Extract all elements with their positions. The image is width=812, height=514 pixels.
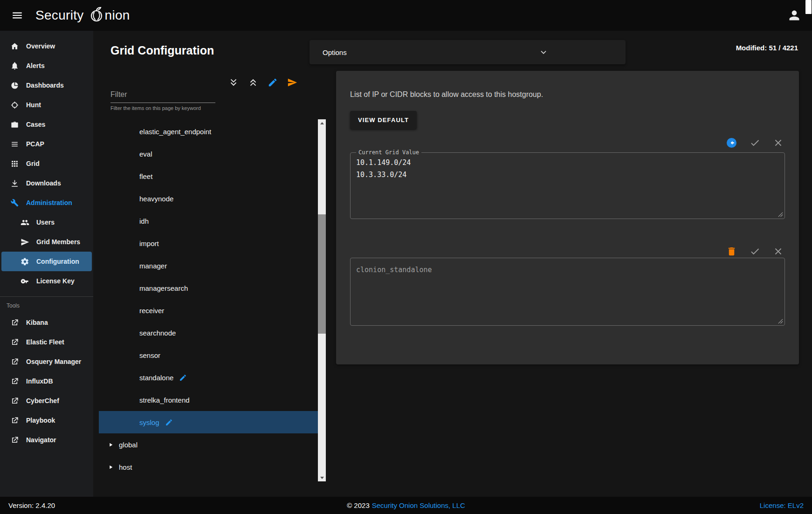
key-icon	[21, 277, 29, 286]
close-icon	[773, 246, 784, 257]
sidebar-item-playbook[interactable]: Playbook	[0, 411, 93, 430]
tree-item[interactable]: fleet	[99, 165, 318, 187]
sidebar-item-license-key[interactable]: License Key	[0, 271, 93, 291]
tree-item[interactable]: sensor	[99, 344, 318, 366]
node-value-confirm-button[interactable]	[750, 246, 760, 257]
brand-prefix: Security	[35, 9, 84, 22]
apply-to-node-button[interactable]	[287, 77, 297, 88]
scrollbar-thumb[interactable]	[318, 214, 326, 334]
sidebar-item-label: Downloads	[26, 179, 61, 187]
tree-scrollbar[interactable]	[318, 119, 326, 481]
user-menu-button[interactable]	[788, 9, 801, 22]
tree-item[interactable]: managersearch	[99, 277, 318, 299]
external-link-icon	[10, 357, 19, 366]
sidebar-item-label: Navigator	[26, 436, 56, 444]
options-dropdown[interactable]: Options	[310, 40, 626, 64]
tree-item[interactable]: searchnode	[99, 322, 318, 344]
tree-item[interactable]: strelka_frontend	[99, 389, 318, 411]
tree-group-label: host	[119, 463, 132, 471]
tree-item-label: heavynode	[139, 195, 173, 203]
page-scrollbar[interactable]	[805, 0, 812, 514]
current-grid-value-textarea[interactable]: 10.1.149.0/24 10.3.33.0/24	[356, 157, 779, 209]
tree-item[interactable]: elastic_agent_endpoint	[99, 120, 318, 143]
tree-item[interactable]: import	[99, 232, 318, 254]
pencil-icon[interactable]	[179, 374, 187, 382]
sidebar-item-hunt[interactable]: Hunt	[0, 95, 93, 115]
tree-item[interactable]: eval	[99, 143, 318, 165]
expand-all-button[interactable]	[228, 77, 239, 88]
pencil-icon	[268, 77, 278, 88]
delete-button[interactable]	[726, 246, 737, 257]
sidebar-item-overview[interactable]: Overview	[0, 36, 93, 56]
scroll-up-button[interactable]	[318, 119, 326, 127]
brand-logo[interactable]: Security nion	[35, 6, 130, 25]
tree-item-label: searchnode	[139, 329, 176, 337]
sidebar-item-influxdb[interactable]: InfluxDB	[0, 371, 93, 391]
bell-icon	[10, 62, 19, 70]
sidebar-item-configuration[interactable]: Configuration	[1, 252, 92, 271]
sidebar-item-label: Elastic Fleet	[26, 338, 64, 346]
pencil-icon[interactable]	[165, 418, 173, 426]
tree-item[interactable]: heavynode	[99, 187, 318, 210]
node-value-cancel-button[interactable]	[773, 246, 784, 257]
sidebar-item-users[interactable]: Users	[0, 212, 93, 232]
tree-item-selected[interactable]: syslog	[99, 411, 318, 433]
external-link-icon	[10, 377, 19, 386]
tree-item[interactable]: manager	[99, 254, 318, 277]
resize-grip-icon[interactable]	[778, 212, 783, 217]
resize-grip-icon[interactable]	[778, 319, 783, 324]
sidebar-item-cases[interactable]: Cases	[0, 115, 93, 134]
edit-settings-button[interactable]	[268, 77, 278, 88]
tree-item-label: manager	[139, 262, 167, 270]
tree-item-label: syslog	[139, 418, 159, 426]
gear-icon	[21, 257, 29, 266]
tree-group[interactable]: global	[99, 433, 318, 456]
triangle-right-icon	[108, 464, 114, 470]
collapse-all-button[interactable]	[248, 77, 258, 88]
sidebar-item-cyberchef[interactable]: CyberChef	[0, 391, 93, 411]
external-link-icon	[10, 338, 19, 347]
sidebar-item-label: Configuration	[36, 258, 79, 265]
grid-value-actions	[350, 137, 785, 148]
home-icon	[10, 42, 19, 51]
sidebar-item-kibana[interactable]: Kibana	[0, 313, 93, 332]
arrow-down-icon	[320, 477, 324, 479]
view-default-button[interactable]: VIEW DEFAULT	[350, 111, 417, 129]
tree-item[interactable]: standalone	[99, 366, 318, 389]
people-icon	[21, 218, 29, 227]
crosshair-icon	[10, 101, 19, 110]
grid-value-confirm-button[interactable]	[750, 137, 760, 148]
current-grid-value-box: Current Grid Value 10.1.149.0/24 10.3.33…	[350, 149, 785, 219]
download-icon	[10, 179, 19, 188]
tree-group[interactable]: host	[99, 456, 318, 478]
sidebar-item-osquery-manager[interactable]: Osquery Manager	[0, 352, 93, 371]
sidebar-item-dashboards[interactable]: Dashboards	[0, 75, 93, 95]
sidebar-item-alerts[interactable]: Alerts	[0, 56, 93, 75]
sidebar-item-elastic-fleet[interactable]: Elastic Fleet	[0, 332, 93, 352]
scrollbar-track[interactable]	[318, 127, 326, 474]
copyright-link[interactable]: Security Onion Solutions, LLC	[372, 501, 465, 509]
grid-value-cancel-button[interactable]	[773, 137, 784, 148]
filter-input[interactable]	[110, 88, 215, 103]
node-value-textarea[interactable]: clonion_standalone	[356, 264, 779, 319]
page-scrollbar-thumb[interactable]	[805, 0, 812, 14]
menu-button[interactable]	[11, 9, 23, 21]
sidebar-item-grid-members[interactable]: Grid Members	[0, 232, 93, 252]
sidebar-item-label: Hunt	[26, 101, 41, 109]
sidebar-item-navigator[interactable]: Navigator	[0, 430, 93, 450]
external-link-icon	[10, 416, 19, 425]
sidebar-item-label: PCAP	[26, 140, 44, 148]
undo-button[interactable]	[726, 137, 737, 148]
copyright: © 2023Security Onion Solutions, LLC	[0, 501, 812, 509]
sidebar-item-pcap[interactable]: PCAP	[0, 134, 93, 154]
sidebar-item-label: Grid Members	[36, 238, 80, 246]
sidebar-item-label: Overview	[26, 42, 55, 50]
sidebar-item-label: License Key	[36, 277, 75, 285]
sidebar-item-administration[interactable]: Administration	[0, 193, 93, 212]
tree-item[interactable]: idh	[99, 210, 318, 232]
tree-item-label: eval	[139, 150, 152, 158]
scroll-down-button[interactable]	[318, 474, 326, 481]
sidebar-item-grid[interactable]: Grid	[0, 154, 93, 173]
sidebar-item-downloads[interactable]: Downloads	[0, 173, 93, 193]
tree-item[interactable]: receiver	[99, 299, 318, 322]
